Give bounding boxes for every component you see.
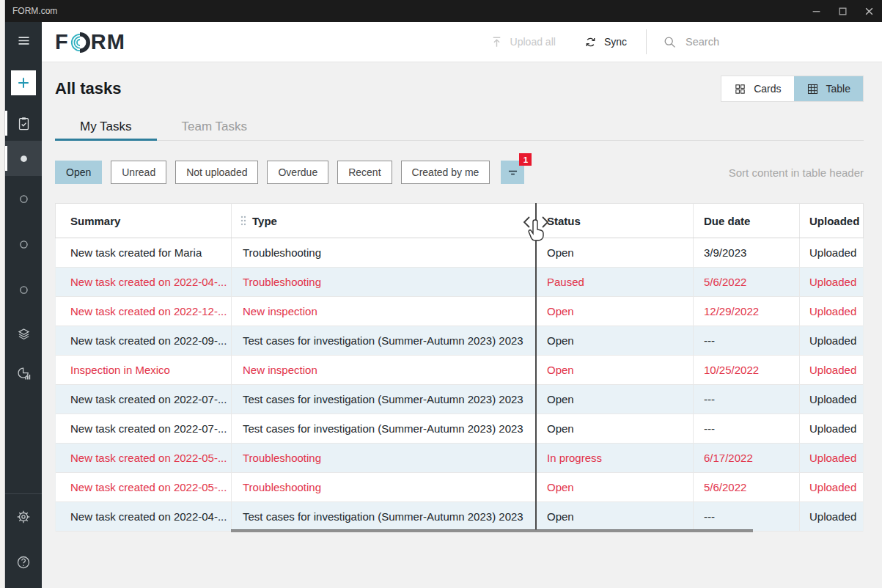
sidebar-item-tasks[interactable] [5, 106, 42, 141]
sidebar-item-section-2[interactable] [5, 221, 42, 267]
cell-status: Open [537, 502, 694, 531]
filter-chip[interactable]: Recent [337, 161, 392, 184]
menu-button[interactable] [5, 22, 42, 59]
table-row[interactable]: New task created on 2022-05-... Troubles… [56, 473, 863, 502]
cell-due-date: --- [694, 326, 800, 355]
filter-icon [506, 166, 520, 180]
column-header[interactable]: Status [537, 204, 694, 238]
tab[interactable]: My Tasks [55, 114, 157, 140]
cell-summary: New task created on 2022-07-... [56, 385, 232, 414]
view-toggle-option[interactable]: Table [794, 76, 863, 101]
table-row[interactable]: New task created for Maria Troubleshooti… [56, 238, 863, 268]
table-row[interactable]: New task created on 2022-12-... New insp… [56, 297, 863, 326]
screen: FORM.com [0, 0, 882, 588]
cell-status: Open [537, 473, 694, 501]
main-area: F RM Upload all [42, 22, 882, 588]
search-icon [663, 35, 677, 49]
help-button[interactable] [5, 540, 42, 585]
titlebar: FORM.com [5, 0, 882, 22]
column-header-label: Uploaded [809, 215, 859, 227]
column-header[interactable]: Uploaded [800, 204, 864, 238]
cell-uploaded: Uploaded [800, 444, 864, 472]
table-header-row: Summary Type Status Due date Uploaded [55, 203, 864, 238]
minimize-button[interactable] [803, 0, 829, 22]
table-row[interactable]: Inspection in Mexico New inspection Open… [56, 356, 863, 385]
view-toggle: Cards Table [721, 76, 864, 102]
toolbar-divider [646, 29, 647, 54]
maximize-button[interactable] [829, 0, 856, 22]
sidebar-item-reports[interactable] [5, 355, 42, 392]
cell-uploaded: Uploaded [800, 356, 864, 384]
resize-cursor-icon [518, 211, 554, 246]
close-icon [864, 7, 874, 16]
cell-summary: Inspection in Mexico [56, 356, 232, 384]
cell-status: Open [537, 326, 694, 355]
table-body: New task created for Maria Troubleshooti… [55, 238, 864, 532]
sync-button[interactable]: Sync [584, 35, 627, 49]
sidebar-item-forms[interactable] [5, 312, 42, 355]
cell-uploaded: Uploaded [800, 297, 864, 326]
cell-status: Open [537, 414, 694, 443]
column-resize-guide[interactable] [535, 203, 537, 532]
cell-summary: New task created on 2022-05-... [56, 473, 232, 501]
cell-due-date: 6/17/2022 [694, 444, 800, 472]
filter-chip[interactable]: Created by me [401, 161, 490, 184]
column-header[interactable]: Summary [56, 204, 232, 238]
sidebar-item-section-3[interactable] [5, 267, 42, 312]
sidebar-item-section-1[interactable] [5, 176, 42, 221]
nav-circle-icon [16, 237, 32, 252]
more-filters-button[interactable]: 1 [501, 161, 524, 184]
cell-status: Open [537, 238, 694, 267]
filter-chip[interactable]: Overdue [267, 161, 328, 184]
cell-type: Troubleshooting [232, 444, 537, 472]
search-input[interactable] [686, 36, 861, 48]
filter-chip[interactable]: Open [55, 161, 102, 184]
tab-label: My Tasks [80, 120, 132, 134]
help-icon [15, 554, 32, 570]
cell-type: Troubleshooting [232, 473, 537, 501]
tasks-icon [16, 116, 32, 131]
window-title: FORM.com [12, 6, 57, 16]
filter-chip[interactable]: Unread [111, 161, 166, 184]
filter-chip[interactable]: Not uploaded [175, 161, 258, 184]
view-toggle-option[interactable]: Cards [721, 76, 793, 101]
sidebar [5, 22, 42, 588]
table-row[interactable]: New task created on 2022-07-... Test cas… [56, 414, 863, 444]
settings-button[interactable] [5, 494, 42, 540]
cell-due-date: 3/9/2023 [694, 238, 800, 267]
cell-due-date: 5/6/2022 [694, 268, 800, 296]
column-header-label: Due date [704, 215, 750, 227]
new-task-button[interactable] [11, 70, 36, 95]
column-header[interactable]: Type [232, 204, 537, 238]
upload-all-button[interactable]: Upload all [490, 35, 556, 49]
tasks-table: Summary Type Status Due date Uploaded Ne… [55, 203, 864, 532]
table-row[interactable]: New task created on 2022-04-... Test cas… [56, 502, 863, 532]
sort-hint-text: Sort content in table header [729, 166, 864, 179]
cell-status: Paused [537, 268, 694, 296]
tab[interactable]: Team Tasks [157, 114, 272, 140]
table-row[interactable]: New task created on 2022-09-... Test cas… [56, 326, 863, 356]
cell-status: Open [537, 385, 694, 414]
cell-summary: New task created on 2022-12-... [56, 297, 232, 326]
close-button[interactable] [856, 0, 882, 22]
cell-type: New inspection [232, 297, 537, 326]
reports-icon [16, 366, 32, 381]
table-row[interactable]: New task created on 2022-05-... Troubles… [56, 444, 863, 473]
cell-type: Test cases for investigation (Summer-Aut… [232, 502, 537, 531]
cell-summary: New task created on 2022-09-... [56, 326, 232, 355]
column-header-label: Type [252, 215, 277, 227]
sidebar-item-all-tasks[interactable] [5, 141, 42, 176]
cell-summary: New task created on 2022-04-... [56, 268, 232, 296]
column-header[interactable]: Due date [694, 204, 800, 238]
table-row[interactable]: New task created on 2022-07-... Test cas… [56, 385, 863, 414]
settings-icon [15, 509, 32, 525]
page-content: All tasks Cards Table My TasksTeam Tasks… [42, 62, 882, 588]
upload-all-label: Upload all [510, 36, 556, 48]
drag-handle-icon[interactable] [240, 215, 247, 227]
layers-icon [16, 326, 32, 342]
table-row[interactable]: New task created on 2022-04-... Troubles… [56, 268, 863, 297]
cell-due-date: --- [694, 385, 800, 414]
horizontal-scrollbar-thumb[interactable] [231, 529, 753, 532]
cell-uploaded: Uploaded [800, 502, 864, 531]
cell-uploaded: Uploaded [800, 326, 864, 355]
